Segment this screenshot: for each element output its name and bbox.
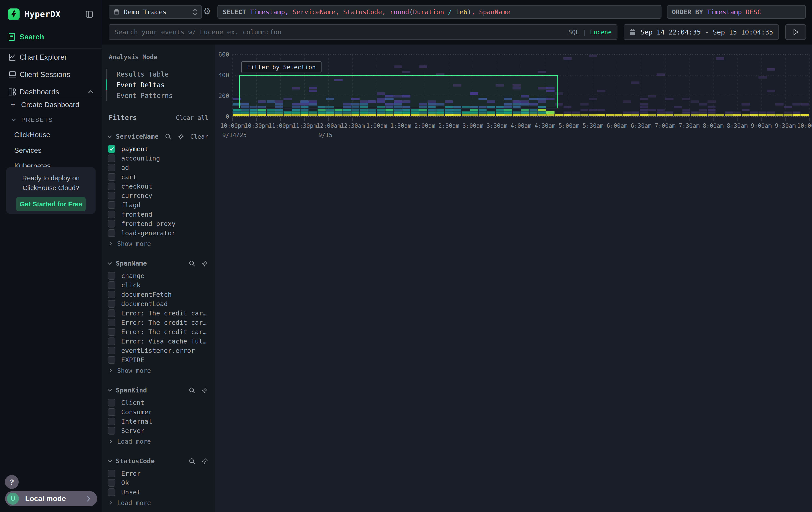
chevron-down-icon[interactable] bbox=[107, 458, 113, 464]
filter-option[interactable]: cart bbox=[106, 172, 210, 182]
selection-rectangle[interactable] bbox=[239, 75, 558, 108]
run-query-button[interactable] bbox=[785, 24, 806, 40]
filter-option[interactable]: eventListener.error bbox=[106, 346, 210, 355]
filter-option[interactable]: Error: Visa cache full: … bbox=[106, 336, 210, 346]
pin-icon[interactable] bbox=[201, 387, 208, 394]
filter-option[interactable]: frontend-proxy bbox=[106, 219, 210, 228]
sidebar-preset-clickhouse[interactable]: ClickHouse bbox=[0, 127, 102, 142]
checkbox[interactable] bbox=[108, 201, 115, 209]
chevron-down-icon[interactable] bbox=[107, 134, 113, 139]
search-icon[interactable] bbox=[188, 260, 196, 267]
checkbox[interactable] bbox=[108, 488, 115, 496]
source-select[interactable]: Demo Traces bbox=[109, 5, 202, 19]
filter-option[interactable]: Error bbox=[106, 469, 210, 478]
filter-option[interactable]: Client bbox=[106, 398, 210, 407]
search-input[interactable]: Search your events w/ Lucene ex. column:… bbox=[109, 24, 617, 40]
show-more-button[interactable]: Show more bbox=[106, 366, 210, 375]
checkbox[interactable] bbox=[108, 272, 115, 279]
filter-option[interactable]: click bbox=[106, 280, 210, 290]
filter-option[interactable]: currency bbox=[106, 191, 210, 200]
filter-option[interactable]: documentLoad bbox=[106, 299, 210, 308]
checkbox[interactable] bbox=[108, 356, 115, 364]
filter-option[interactable]: Server bbox=[106, 426, 210, 435]
local-mode-pill[interactable]: U Local mode bbox=[5, 491, 97, 506]
show-more-button[interactable]: Load more bbox=[106, 437, 210, 446]
chevron-down-icon[interactable] bbox=[107, 261, 113, 266]
pin-icon[interactable] bbox=[201, 260, 208, 267]
date-range-picker[interactable]: Sep 14 22:04:35 - Sep 15 10:04:35 bbox=[624, 24, 779, 40]
filter-option[interactable]: frontend bbox=[106, 210, 210, 219]
search-icon[interactable] bbox=[188, 457, 196, 465]
checkbox[interactable] bbox=[108, 173, 115, 181]
filter-option[interactable]: change bbox=[106, 271, 210, 280]
filter-option[interactable]: accounting bbox=[106, 154, 210, 163]
mode-item-event-patterns[interactable]: Event Patterns bbox=[106, 90, 210, 101]
checkbox[interactable] bbox=[108, 309, 115, 317]
filter-option[interactable]: Error: The credit card (… bbox=[106, 318, 210, 327]
filter-option[interactable]: Error: The credit card (… bbox=[106, 327, 210, 336]
checkbox[interactable] bbox=[108, 192, 115, 199]
filter-option[interactable]: flagd bbox=[106, 200, 210, 210]
checkbox[interactable] bbox=[108, 291, 115, 298]
get-started-button[interactable]: Get Started for Free bbox=[16, 197, 86, 211]
filter-option[interactable]: payment bbox=[106, 144, 210, 154]
clear-filter-button[interactable]: Clear bbox=[190, 133, 208, 140]
checkbox[interactable] bbox=[108, 183, 115, 190]
sidebar-item-chart-explorer[interactable]: Chart Explorer bbox=[0, 49, 102, 66]
filter-group-name: SpanKind bbox=[116, 386, 147, 394]
checkbox[interactable] bbox=[108, 347, 115, 354]
sidebar-preset-services[interactable]: Services bbox=[0, 142, 102, 158]
order-by-editor[interactable]: ORDER BY Timestamp DESC bbox=[667, 5, 806, 19]
checkbox[interactable] bbox=[108, 211, 115, 218]
checkbox[interactable] bbox=[108, 427, 115, 434]
heatmap-cell bbox=[233, 111, 241, 114]
filter-option[interactable]: documentFetch bbox=[106, 290, 210, 299]
sidebar-item-search[interactable]: Search bbox=[0, 28, 118, 46]
sidebar-collapse-icon[interactable] bbox=[85, 9, 94, 19]
checkbox[interactable] bbox=[108, 319, 115, 326]
checkbox[interactable] bbox=[108, 399, 115, 406]
filter-option[interactable]: EXPIRE bbox=[106, 355, 210, 365]
filter-option[interactable]: ad bbox=[106, 163, 210, 172]
checkbox[interactable] bbox=[108, 408, 115, 416]
sidebar-item-create-dashboard[interactable]: +Create Dashboard bbox=[0, 97, 102, 113]
gear-icon[interactable]: ⚙ bbox=[203, 7, 211, 16]
clear-all-button[interactable]: Clear all bbox=[176, 114, 208, 121]
filter-option[interactable]: checkout bbox=[106, 182, 210, 191]
chevron-down-icon[interactable] bbox=[107, 387, 113, 393]
help-button[interactable]: ? bbox=[5, 475, 19, 489]
checkbox[interactable] bbox=[108, 328, 115, 336]
checkbox[interactable] bbox=[108, 338, 115, 345]
sql-select-editor[interactable]: SELECT Timestamp, ServiceName, StatusCod… bbox=[218, 5, 662, 19]
checkbox[interactable] bbox=[108, 220, 115, 227]
filter-option[interactable]: Unset bbox=[106, 487, 210, 497]
filter-option[interactable]: Consumer bbox=[106, 407, 210, 417]
search-icon[interactable] bbox=[165, 133, 172, 140]
checkbox[interactable] bbox=[108, 164, 115, 171]
filter-by-selection-button[interactable]: Filter by Selection bbox=[241, 61, 321, 73]
show-more-label: Load more bbox=[117, 438, 151, 445]
mode-item-results-table[interactable]: Results Table bbox=[106, 69, 210, 79]
checkbox[interactable] bbox=[108, 479, 115, 487]
checkbox[interactable] bbox=[108, 229, 115, 237]
lucene-mode-toggle[interactable]: Lucene bbox=[590, 29, 612, 36]
search-icon[interactable] bbox=[188, 387, 196, 394]
show-more-button[interactable]: Load more bbox=[106, 498, 210, 508]
filter-option[interactable]: Error: The credit card (… bbox=[106, 308, 210, 318]
checkbox-checked[interactable] bbox=[108, 145, 115, 153]
pin-icon[interactable] bbox=[201, 457, 208, 465]
pin-icon[interactable] bbox=[177, 133, 184, 140]
filter-option[interactable]: Ok bbox=[106, 478, 210, 487]
checkbox[interactable] bbox=[108, 417, 115, 425]
checkbox[interactable] bbox=[108, 281, 115, 289]
sql-mode-toggle[interactable]: SQL bbox=[568, 29, 579, 36]
show-more-button[interactable]: Show more bbox=[106, 239, 210, 248]
filter-option[interactable]: Internal bbox=[106, 417, 210, 426]
sidebar-item-client-sessions[interactable]: Client Sessions bbox=[0, 66, 102, 83]
mode-item-event-deltas[interactable]: Event Deltas bbox=[106, 79, 210, 90]
sidebar-presets-toggle[interactable]: PRESETS bbox=[0, 113, 102, 127]
checkbox[interactable] bbox=[108, 470, 115, 477]
checkbox[interactable] bbox=[108, 155, 115, 162]
filter-option[interactable]: load-generator bbox=[106, 228, 210, 238]
checkbox[interactable] bbox=[108, 300, 115, 308]
